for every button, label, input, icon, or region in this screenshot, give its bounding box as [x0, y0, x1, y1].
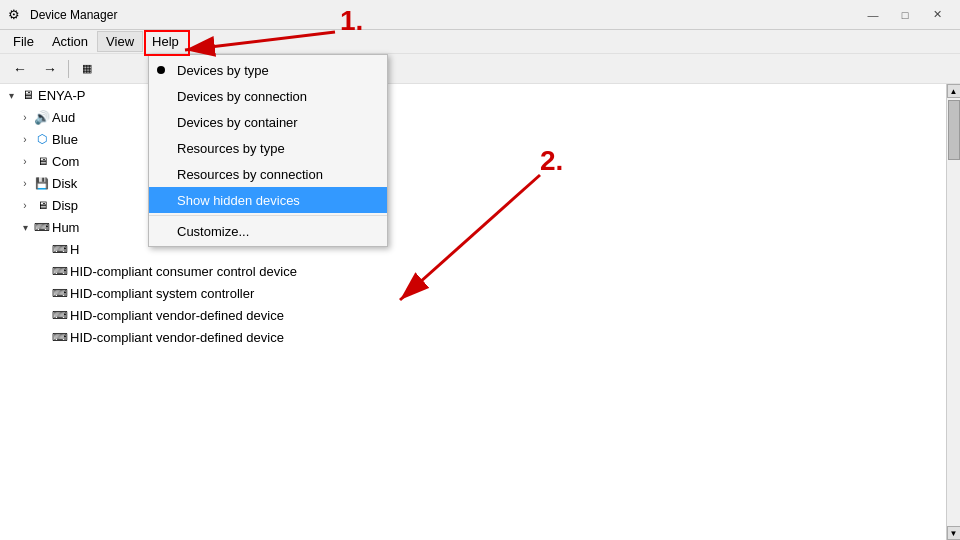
- dropdown-item-by-container[interactable]: Devices by container: [149, 109, 387, 135]
- tree-item-display[interactable]: › 🖥 Disp: [0, 194, 946, 216]
- disk-label: Disk: [52, 176, 77, 191]
- window-title: Device Manager: [30, 8, 852, 22]
- dropdown-item-by-type[interactable]: Devices by type: [149, 57, 387, 83]
- expand-icon-h1: [36, 242, 50, 256]
- hid1-icon: ⌨: [52, 263, 68, 279]
- disp-icon: 🖥: [34, 197, 50, 213]
- bt-icon: ⬡: [34, 131, 50, 147]
- expand-icon-hum: ▾: [18, 220, 32, 234]
- bt-label: Blue: [52, 132, 78, 147]
- vertical-scrollbar[interactable]: ▲ ▼: [946, 84, 960, 540]
- titlebar: ⚙ Device Manager — □ ✕: [0, 0, 960, 30]
- scroll-track[interactable]: [947, 98, 960, 526]
- expand-icon-root: ▾: [4, 88, 18, 102]
- tree-root[interactable]: ▾ ENYA-P: [0, 84, 946, 106]
- minimize-button[interactable]: —: [858, 5, 888, 25]
- hum-label: Hum: [52, 220, 79, 235]
- customize-label: Customize...: [177, 224, 249, 239]
- disp-label: Disp: [52, 198, 78, 213]
- menu-view[interactable]: View: [97, 31, 143, 52]
- dropdown-item-show-hidden[interactable]: Show hidden devices: [149, 187, 387, 213]
- scroll-up-button[interactable]: ▲: [947, 84, 961, 98]
- menu-help[interactable]: Help: [143, 31, 188, 52]
- expand-icon-audio: ›: [18, 110, 32, 124]
- tree-item-hid3[interactable]: ⌨ HID-compliant vendor-defined device: [0, 304, 946, 326]
- tree-item-audio[interactable]: › 🔊 Aud: [0, 106, 946, 128]
- window-controls: — □ ✕: [858, 5, 952, 25]
- check-indicator: [157, 66, 165, 74]
- hum-icon: ⌨: [34, 219, 50, 235]
- by-type-label: Devices by type: [177, 63, 269, 78]
- dropdown-item-customize[interactable]: Customize...: [149, 218, 387, 244]
- main-area: ▾ ENYA-P › 🔊 Aud › ⬡ Blue › 🖥 Com › 💾 Di…: [0, 84, 960, 540]
- disk-icon: 💾: [34, 175, 50, 191]
- dropdown-item-resources-connection[interactable]: Resources by connection: [149, 161, 387, 187]
- toolbar: ← → ▦: [0, 54, 960, 84]
- hid2-icon: ⌨: [52, 285, 68, 301]
- by-container-label: Devices by container: [177, 115, 298, 130]
- show-hidden-label: Show hidden devices: [177, 193, 300, 208]
- dropdown-item-resources-type[interactable]: Resources by type: [149, 135, 387, 161]
- hid3-label: HID-compliant vendor-defined device: [70, 308, 284, 323]
- close-button[interactable]: ✕: [922, 5, 952, 25]
- toolbar-separator: [68, 60, 69, 78]
- tree-item-hid4[interactable]: ⌨ HID-compliant vendor-defined device: [0, 326, 946, 348]
- scroll-down-button[interactable]: ▼: [947, 526, 961, 540]
- tree-item-bluetooth[interactable]: › ⬡ Blue: [0, 128, 946, 150]
- audio-icon: 🔊: [34, 109, 50, 125]
- h1-icon: ⌨: [52, 241, 68, 257]
- dropdown-divider: [149, 215, 387, 216]
- menubar: File Action View Help: [0, 30, 960, 54]
- resources-type-label: Resources by type: [177, 141, 285, 156]
- root-icon: [20, 87, 36, 103]
- maximize-button[interactable]: □: [890, 5, 920, 25]
- tree-item-hid1[interactable]: ⌨ HID-compliant consumer control device: [0, 260, 946, 282]
- root-label: ENYA-P: [38, 88, 85, 103]
- com-label: Com: [52, 154, 79, 169]
- com-icon: 🖥: [34, 153, 50, 169]
- h1-label: H: [70, 242, 79, 257]
- resources-connection-label: Resources by connection: [177, 167, 323, 182]
- expand-icon-hid1: [36, 264, 50, 278]
- scroll-thumb[interactable]: [948, 100, 960, 160]
- hid2-label: HID-compliant system controller: [70, 286, 254, 301]
- tree-item-hum[interactable]: ▾ ⌨ Hum: [0, 216, 946, 238]
- tree-item-disk[interactable]: › 💾 Disk: [0, 172, 946, 194]
- expand-icon-hid4: [36, 330, 50, 344]
- audio-label: Aud: [52, 110, 75, 125]
- properties-button[interactable]: ▦: [73, 57, 101, 81]
- expand-icon-bt: ›: [18, 132, 32, 146]
- tree-item-hid2[interactable]: ⌨ HID-compliant system controller: [0, 282, 946, 304]
- app-icon: ⚙: [8, 7, 24, 23]
- menu-action[interactable]: Action: [43, 31, 97, 52]
- tree-panel: ▾ ENYA-P › 🔊 Aud › ⬡ Blue › 🖥 Com › 💾 Di…: [0, 84, 946, 540]
- tree-item-h1[interactable]: ⌨ H: [0, 238, 946, 260]
- view-dropdown-menu: Devices by type Devices by connection De…: [148, 54, 388, 247]
- expand-icon-disp: ›: [18, 198, 32, 212]
- forward-button[interactable]: →: [36, 57, 64, 81]
- hid3-icon: ⌨: [52, 307, 68, 323]
- hid4-icon: ⌨: [52, 329, 68, 345]
- hid4-label: HID-compliant vendor-defined device: [70, 330, 284, 345]
- menu-file[interactable]: File: [4, 31, 43, 52]
- expand-icon-com: ›: [18, 154, 32, 168]
- expand-icon-hid3: [36, 308, 50, 322]
- tree-item-computer[interactable]: › 🖥 Com: [0, 150, 946, 172]
- expand-icon-hid2: [36, 286, 50, 300]
- back-button[interactable]: ←: [6, 57, 34, 81]
- hid1-label: HID-compliant consumer control device: [70, 264, 297, 279]
- dropdown-item-by-connection[interactable]: Devices by connection: [149, 83, 387, 109]
- by-connection-label: Devices by connection: [177, 89, 307, 104]
- expand-icon-disk: ›: [18, 176, 32, 190]
